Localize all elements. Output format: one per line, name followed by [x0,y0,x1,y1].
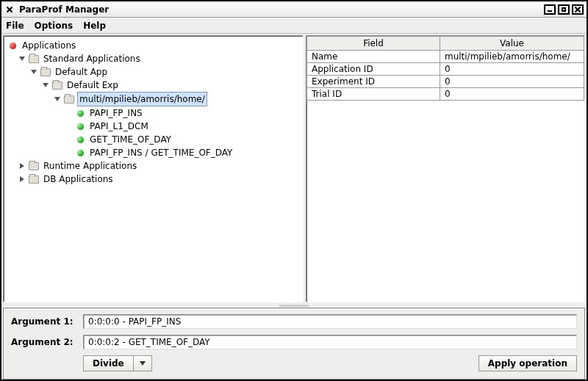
tree-runtime-apps[interactable]: Runtime Applications [18,159,300,173]
tree-item-label: GET_TIME_OF_DAY [88,133,173,146]
folder-icon [64,95,74,104]
tree-item-label: PAPI_FP_INS [88,106,144,120]
tree-db-apps[interactable]: DB Applications [18,173,300,186]
table-row[interactable]: Application ID0 [307,63,584,76]
argument-2-field[interactable]: 0:0:0:2 - GET_TIME_OF_DAY [83,335,577,349]
tree-default-exp[interactable]: Default Exp [42,79,300,92]
expand-handle[interactable] [18,55,26,62]
folder-icon [40,68,51,76]
expand-handle[interactable] [54,95,61,103]
argument-1-label: Argument 1: [11,316,77,327]
menubar: File Options Help [1,18,587,34]
chevron-down-icon[interactable] [134,355,152,371]
tree-metric[interactable]: PAPI_FP_INS [65,106,300,120]
tree-item-label: Standard Applications [42,52,142,65]
tree-root-label: Applications [21,39,77,52]
tree-standard-apps[interactable]: Standard Applications [18,52,300,65]
tree-item-label: DB Applications [42,173,115,186]
table-row[interactable]: Experiment ID0 [307,76,584,88]
expand-handle[interactable] [30,68,37,76]
system-menu-icon[interactable] [4,4,15,15]
window-title: ParaProf Manager [19,4,544,15]
folder-icon [29,175,39,184]
app-window: ParaProf Manager File Options Help Appli… [0,0,588,381]
tree-metric[interactable]: PAPI_L1_DCM [65,120,300,133]
column-value[interactable]: Value [440,37,584,51]
column-field[interactable]: Field [307,37,440,51]
table-row[interactable]: Namemulti/mpilieb/amorris/home/ [307,51,584,63]
tree-trial[interactable]: multi/mpilieb/amorris/home/ [54,92,300,106]
close-icon [574,6,581,13]
properties-pane[interactable]: Field Value Namemulti/mpilieb/amorris/ho… [306,35,585,302]
cell-field: Experiment ID [307,76,440,88]
folder-icon [29,162,39,170]
apply-operation-button[interactable]: Apply operation [478,355,577,371]
maximize-icon [562,7,566,12]
menu-file[interactable]: File [6,21,24,31]
split-panes: Applications Standard Applications [3,34,585,304]
applications-tree: Applications Standard Applications [7,39,300,186]
cell-value: 0 [440,63,584,76]
root-dot-icon [10,43,16,49]
cell-value: 0 [440,88,584,101]
tree-item-label: Default Exp [65,79,120,92]
operation-panel: Argument 1: 0:0:0:0 - PAPI_FP_INS Argume… [3,308,585,380]
argument-1-row: Argument 1: 0:0:0:0 - PAPI_FP_INS [11,314,577,329]
properties-table: Field Value Namemulti/mpilieb/amorris/ho… [306,36,584,101]
tree-metric[interactable]: GET_TIME_OF_DAY [65,133,300,146]
cell-value: 0 [440,76,584,88]
tree-item-label: Runtime Applications [42,159,138,173]
metric-dot-icon [77,137,84,143]
metric-dot-icon [77,150,84,156]
argument-2-label: Argument 2: [11,337,77,347]
tree-metric[interactable]: PAPI_FP_INS / GET_TIME_OF_DAY [65,146,300,159]
maximize-button[interactable] [558,4,570,15]
argument-2-row: Argument 2: 0:0:0:2 - GET_TIME_OF_DAY [11,335,577,349]
tree-item-label: PAPI_FP_INS / GET_TIME_OF_DAY [88,146,234,159]
menu-help[interactable]: Help [83,21,106,31]
window-controls [544,4,584,15]
table-row[interactable]: Trial ID0 [307,88,584,101]
close-button[interactable] [572,4,584,15]
metric-dot-icon [77,123,84,130]
tree-root[interactable]: Applications [7,39,300,52]
argument-1-field[interactable]: 0:0:0:0 - PAPI_FP_INS [83,314,577,329]
tree-item-label: PAPI_L1_DCM [88,120,150,133]
operation-select-label[interactable]: Divide [83,355,134,371]
metric-dot-icon [77,110,84,117]
cell-field: Application ID [307,63,440,76]
folder-icon [29,55,39,63]
expand-handle[interactable] [42,81,49,89]
operation-select[interactable]: Divide [83,355,152,371]
cell-value: multi/mpilieb/amorris/home/ [440,51,584,63]
folder-icon [52,81,62,90]
menu-options[interactable]: Options [35,21,74,31]
splitter-grip-icon [279,305,309,307]
operation-actions: Divide Apply operation [11,355,577,371]
minimize-icon [548,7,552,12]
tree-pane[interactable]: Applications Standard Applications [3,35,304,302]
titlebar: ParaProf Manager [1,1,587,18]
tree-default-app[interactable]: Default App [30,65,300,79]
tree-trial-label: multi/mpilieb/amorris/home/ [77,92,207,106]
expand-handle[interactable] [18,175,26,183]
minimize-button[interactable] [544,4,556,15]
cell-field: Trial ID [307,88,440,101]
cell-field: Name [307,51,440,63]
tree-item-label: Default App [54,65,109,79]
expand-handle[interactable] [18,162,26,170]
content-area: Applications Standard Applications [1,34,587,380]
